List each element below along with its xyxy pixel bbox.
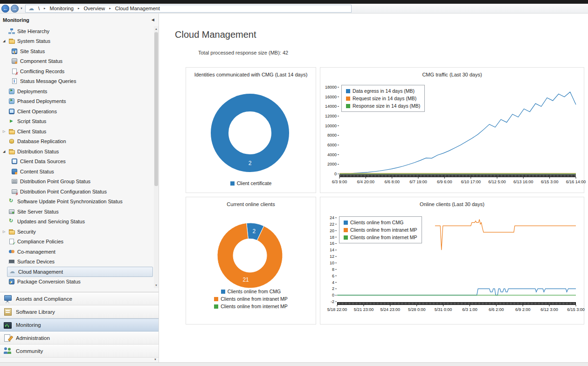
sidebar-item-client-data-sources[interactable]: Client Data Sources	[0, 157, 154, 167]
collapsed-arrow-icon[interactable]: ▷	[3, 230, 8, 234]
sidebar-item-label: Site Status	[20, 48, 45, 54]
site-server-status-icon	[8, 208, 15, 215]
sidebar-item-deployments[interactable]: Deployments	[0, 86, 154, 97]
collapse-pane-icon[interactable]: ◀	[152, 18, 154, 22]
svg-text:14000: 14000	[325, 104, 337, 109]
sidebar-item-distribution-point-configuration-status[interactable]: Distribution Point Configuration Status	[0, 186, 154, 197]
sidebar-item-component-status[interactable]: Component Status	[0, 56, 154, 67]
sidebar-item-cloud-management[interactable]: Cloud Management	[7, 267, 153, 277]
breadcrumb-separator-icon: ▸	[78, 7, 80, 10]
back-button[interactable]: ←	[1, 5, 9, 13]
svg-text:8: 8	[332, 267, 334, 272]
sidebar-item-updates-and-servicing-status[interactable]: Updates and Servicing Status	[0, 217, 154, 227]
svg-text:6/6 2:00: 6/6 2:00	[489, 307, 504, 312]
legend-item: Data egress in 14 days (MB)	[346, 88, 420, 94]
legend-label: Clients online from intranet MP	[221, 296, 288, 302]
expanded-arrow-icon[interactable]: ◢	[3, 150, 8, 153]
workspace-button-assets-and-compliance[interactable]: Assets and Compliance	[0, 292, 159, 305]
cloud-management-icon	[9, 269, 16, 275]
expanded-arrow-icon[interactable]: ◢	[3, 39, 8, 43]
svg-text:20: 20	[330, 228, 334, 233]
workspace-button-community[interactable]: Community	[0, 345, 159, 358]
sidebar-item-system-status[interactable]: ◢System Status	[0, 36, 154, 47]
workspace-button-administration[interactable]: Administration	[0, 331, 159, 345]
folder-icon	[8, 38, 15, 44]
folder-icon	[8, 228, 15, 235]
sidebar-item-script-status[interactable]: Script Status	[0, 117, 154, 127]
sidebar-item-site-server-status[interactable]: Site Server Status	[0, 207, 154, 217]
chart-panel-cmg-traffic: 0200040006000800010000120001400016000180…	[320, 67, 584, 193]
forward-button[interactable]: →	[11, 5, 19, 13]
legend-swatch	[346, 89, 350, 93]
svg-text:6/7 19:00: 6/7 19:00	[409, 180, 427, 184]
tree-scrollbar[interactable]: ▲ ▼	[154, 26, 159, 288]
workspace-button-software-library[interactable]: Software Library	[0, 305, 159, 318]
svg-text:6/3 1:00: 6/3 1:00	[462, 307, 477, 312]
navigation-bar: ← → ▼ ☁ \ ▸Monitoring▸Overview▸Cloud Man…	[0, 4, 588, 14]
svg-text:2000: 2000	[327, 162, 337, 166]
legend-item: Clients online from CMG	[221, 289, 281, 294]
sidebar-item-distribution-status[interactable]: ◢Distribution Status	[0, 146, 154, 157]
history-dropdown-icon[interactable]: ▼	[20, 7, 23, 10]
svg-text:6000: 6000	[327, 143, 337, 147]
scrollbar-thumb[interactable]	[154, 32, 158, 186]
svg-text:6/16 14:00: 6/16 14:00	[566, 180, 586, 184]
scroll-up-icon[interactable]: ▲	[154, 26, 159, 32]
breadcrumb-root[interactable]: \	[37, 6, 41, 11]
co-management-icon	[8, 249, 15, 255]
collapsed-arrow-icon[interactable]: ▷	[3, 130, 8, 133]
legend-label: Clients online from internet MP	[221, 304, 288, 309]
legend-swatch	[221, 290, 225, 294]
sidebar-item-client-status[interactable]: ▷Client Status	[0, 126, 154, 137]
sidebar-item-software-update-point-synchronization-status[interactable]: Software Update Point Synchronization St…	[0, 197, 154, 207]
svg-text:6/3 9:00: 6/3 9:00	[332, 180, 347, 184]
sidebar-item-label: Site Server Status	[17, 209, 59, 214]
sidebar-item-database-replication[interactable]: Database Replication	[0, 137, 154, 147]
legend-item: Request size in 14 days (MB)	[346, 96, 420, 101]
svg-text:6/9 2:00: 6/9 2:00	[515, 307, 531, 312]
sidebar-item-co-management[interactable]: Co-management	[0, 247, 154, 257]
legend-label: Clients online from intranet MP	[350, 227, 417, 233]
svg-text:2: 2	[249, 160, 252, 166]
window-bottom-edge	[0, 362, 588, 366]
chart-legend: Client certificate	[186, 180, 316, 186]
sidebar-item-conflicting-records[interactable]: Conflicting Records	[0, 66, 154, 76]
sidebar-item-label: Conflicting Records	[20, 69, 64, 74]
sidebar-item-site-hierarchy[interactable]: Site Hierarchy	[0, 26, 154, 36]
sidebar-item-client-operations[interactable]: Client Operations	[0, 106, 154, 117]
sidebar-item-content-status[interactable]: Content Status	[0, 166, 154, 177]
svg-text:6/6 8:00: 6/6 8:00	[384, 180, 400, 184]
sidebar-item-label: Co-management	[17, 249, 55, 255]
svg-text:22: 22	[330, 222, 334, 227]
console-body: Monitoring ◀ Site Hierarchy◢System Statu…	[0, 14, 588, 362]
scroll-down-icon[interactable]: ▼	[154, 283, 159, 288]
legend-swatch	[214, 304, 218, 309]
workspace-button-monitoring[interactable]: Monitoring	[0, 318, 159, 331]
cloud-icon: ☁	[28, 6, 34, 11]
sidebar-item-distribution-point-group-status[interactable]: Distribution Point Group Status	[0, 177, 154, 187]
sidebar-item-surface-devices[interactable]: Surface Devices	[0, 257, 154, 267]
content-area: Cloud Management Total processed respons…	[159, 14, 588, 362]
chart-legend: Data egress in 14 days (MB)Request size …	[341, 85, 425, 112]
page-title: Cloud Management	[175, 29, 256, 40]
client-operations-icon	[8, 108, 15, 115]
sidebar-item-package-conversion-status[interactable]: Package Conversion Status	[0, 277, 154, 287]
breadcrumb-item-cloud-management[interactable]: Cloud Management	[114, 6, 161, 11]
workspace-buttons: Assets and ComplianceSoftware LibraryMon…	[0, 292, 159, 358]
sidebar-item-label: Database Replication	[17, 138, 66, 144]
dp-config-status-icon	[11, 188, 18, 195]
sidebar-item-label: Client Operations	[17, 109, 57, 114]
navigation-tree: Site Hierarchy◢System StatusSite StatusC…	[0, 26, 154, 288]
svg-text:8000: 8000	[327, 133, 337, 138]
surface-devices-icon	[8, 258, 15, 265]
pane-scroll-down-icon[interactable]: ▼	[152, 357, 158, 362]
sidebar-item-compliance-policies[interactable]: Compliance Policies	[0, 237, 154, 247]
sidebar-item-security[interactable]: ▷Security	[0, 227, 154, 237]
sidebar-item-site-status[interactable]: Site Status	[0, 46, 154, 56]
sidebar-item-phased-deployments[interactable]: Phased Deployments	[0, 97, 154, 107]
sidebar-item-status-message-queries[interactable]: Status Message Queries	[0, 76, 154, 87]
window-titlebar	[0, 0, 588, 4]
breadcrumb-item-monitoring[interactable]: Monitoring	[49, 6, 75, 11]
database-replication-icon	[8, 138, 15, 145]
breadcrumb-item-overview[interactable]: Overview	[83, 6, 106, 11]
